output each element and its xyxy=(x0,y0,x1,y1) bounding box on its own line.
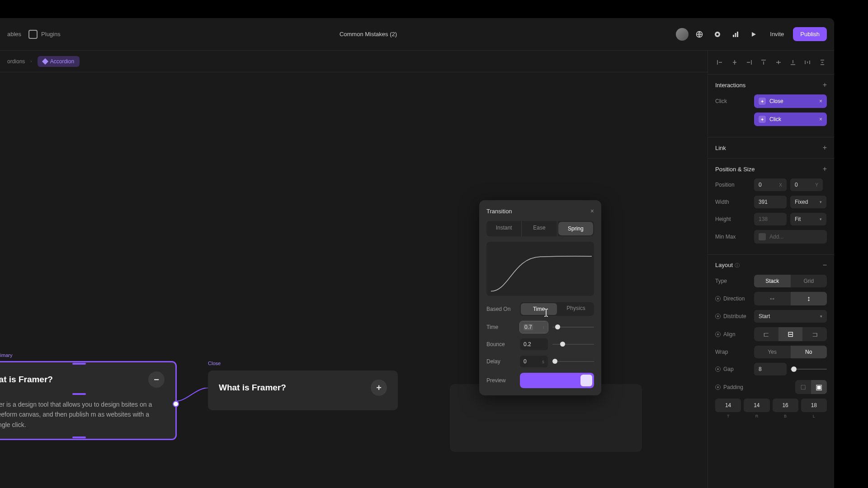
interaction-chip-click[interactable]: ✦ Click × xyxy=(754,113,827,126)
padding-sides-button[interactable]: ▣ xyxy=(811,380,827,394)
play-icon[interactable] xyxy=(746,27,761,42)
position-x-input[interactable]: 0X xyxy=(754,178,787,191)
bounce-input[interactable]: 0.2 xyxy=(520,338,548,350)
tab-ease[interactable]: Ease xyxy=(521,221,557,236)
add-link-button[interactable]: + xyxy=(823,144,827,152)
nav-plugins[interactable]: Plugins xyxy=(28,30,61,39)
align-center-v-icon[interactable] xyxy=(772,56,785,69)
minmax-input[interactable]: Add... xyxy=(754,230,827,244)
padding-uniform-button[interactable]: □ xyxy=(795,380,811,394)
bounce-slider[interactable] xyxy=(552,344,594,345)
padding-mode-segmented: □ ▣ xyxy=(795,380,827,394)
align-end-button[interactable]: ⊐ xyxy=(802,327,827,341)
align-label: Align xyxy=(715,331,750,338)
width-mode-select[interactable]: Fixed▾ xyxy=(790,196,826,208)
curve-preview xyxy=(486,242,594,296)
possize-title: Position & Size xyxy=(715,166,755,173)
delay-slider[interactable] xyxy=(552,361,594,362)
time-slider[interactable] xyxy=(552,327,594,328)
delay-label: Delay xyxy=(486,358,515,365)
pad-r-label: R xyxy=(744,414,769,418)
interaction-trigger-label: Click xyxy=(715,98,750,104)
gap-slider[interactable] xyxy=(790,369,827,370)
direction-horizontal-button[interactable]: ↔ xyxy=(754,292,791,305)
direction-vertical-button[interactable]: ↕ xyxy=(791,292,827,305)
preview-label: Preview xyxy=(486,377,515,384)
align-top-icon[interactable] xyxy=(757,56,770,69)
breadcrumb-active[interactable]: Accordion xyxy=(38,56,80,67)
chip-label: Click xyxy=(769,116,781,122)
accordion-variant-open[interactable]: pen · Primary hat is Framer? − mer is a … xyxy=(0,361,176,440)
section-layout: Layout ⓘ − Type Stack Grid Direction ↔ ↕… xyxy=(708,255,834,425)
bounce-label: Bounce xyxy=(486,341,515,347)
component-icon xyxy=(42,58,48,64)
layout-title: Layout ⓘ xyxy=(715,262,740,269)
padding-left-input[interactable]: 18 xyxy=(801,399,827,412)
distribute-h-icon[interactable] xyxy=(801,56,814,69)
align-center-h-icon[interactable] xyxy=(728,56,741,69)
based-on-label: Based On xyxy=(486,306,515,312)
close-popup-button[interactable]: × xyxy=(590,207,594,215)
chevron-right-icon: › xyxy=(30,59,32,64)
expand-button[interactable]: + xyxy=(371,380,387,396)
tab-instant[interactable]: Instant xyxy=(486,221,521,236)
gear-icon[interactable] xyxy=(710,27,725,42)
avatar[interactable] xyxy=(676,28,689,41)
canvas[interactable]: pen · Primary hat is Framer? − mer is a … xyxy=(0,72,708,488)
globe-icon[interactable] xyxy=(692,27,707,42)
accordion-variant-close[interactable]: Close What is Framer? + xyxy=(208,371,398,410)
padding-right-input[interactable]: 14 xyxy=(744,399,769,412)
type-stack-button[interactable]: Stack xyxy=(754,275,791,287)
collapse-layout-button[interactable]: − xyxy=(823,261,827,269)
wrap-no-button[interactable]: No xyxy=(791,346,827,358)
distribute-v-icon[interactable] xyxy=(816,56,829,69)
card-close-title: What is Framer? xyxy=(219,383,286,393)
height-mode-select[interactable]: Fit▾ xyxy=(790,213,826,225)
align-left-icon[interactable] xyxy=(713,56,726,69)
based-on-physics-button[interactable]: Physics xyxy=(558,302,594,316)
time-input[interactable]: 0.7⁞ xyxy=(520,321,548,333)
delay-input[interactable]: 0s xyxy=(520,356,548,367)
variant-label-close: Close xyxy=(208,361,221,366)
remove-interaction-button[interactable]: × xyxy=(819,98,822,104)
padding-top-input[interactable]: 14 xyxy=(715,399,741,412)
svg-rect-5 xyxy=(737,32,738,37)
height-input[interactable]: 138 xyxy=(754,213,787,225)
based-on-time-button[interactable]: Time xyxy=(521,303,557,315)
padding-bottom-input[interactable]: 16 xyxy=(773,399,798,412)
interaction-chip-close[interactable]: ✦ Close × xyxy=(754,94,827,108)
publish-button[interactable]: Publish xyxy=(793,27,827,41)
align-start-button[interactable]: ⊏ xyxy=(754,327,778,341)
remove-interaction-button[interactable]: × xyxy=(819,116,822,122)
resize-handle-mid[interactable] xyxy=(72,393,86,395)
align-bottom-icon[interactable] xyxy=(787,56,799,69)
svg-rect-3 xyxy=(733,35,734,37)
tab-spring[interactable]: Spring xyxy=(558,222,593,235)
direction-label: Direction xyxy=(715,296,750,302)
invite-button[interactable]: Invite xyxy=(764,31,789,38)
width-input[interactable]: 391 xyxy=(754,196,787,208)
based-on-segmented: Time Physics xyxy=(520,302,594,316)
type-grid-button[interactable]: Grid xyxy=(791,275,827,287)
align-right-icon[interactable] xyxy=(743,56,755,69)
align-segmented: ⊏ ⊟ ⊐ xyxy=(754,327,827,341)
type-label: Type xyxy=(715,278,750,284)
minmax-icon xyxy=(759,233,766,240)
text-cursor-icon xyxy=(542,308,550,317)
gap-input[interactable]: 8 xyxy=(754,363,787,375)
resize-handle-top[interactable] xyxy=(72,363,86,365)
interactions-title: Interactions xyxy=(715,82,745,89)
add-possize-button[interactable]: + xyxy=(823,165,827,173)
resize-handle-bottom[interactable] xyxy=(72,436,86,438)
add-interaction-button[interactable]: + xyxy=(823,81,827,89)
preview-animation[interactable] xyxy=(520,373,594,388)
distribute-select[interactable]: Start▾ xyxy=(754,310,827,323)
section-position-size: Position & Size + Position 0X 0Y Width 3… xyxy=(708,159,834,255)
analytics-icon[interactable] xyxy=(728,27,743,42)
wrap-yes-button[interactable]: Yes xyxy=(754,346,791,358)
position-y-input[interactable]: 0Y xyxy=(790,178,823,191)
nav-variables[interactable]: ables xyxy=(7,31,21,38)
align-center-button[interactable]: ⊟ xyxy=(778,327,803,341)
collapse-button[interactable]: − xyxy=(148,371,165,388)
breadcrumb-parent[interactable]: ordions xyxy=(7,58,25,65)
